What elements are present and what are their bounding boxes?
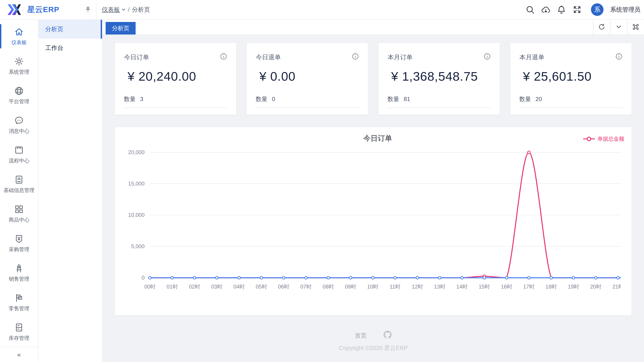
sidebar-item-inventory[interactable]: 库存管理	[0, 317, 38, 347]
app-title: 星云ERP	[27, 5, 59, 15]
svg-text:10,000: 10,000	[128, 212, 144, 218]
sidebar-item-purchasing[interactable]: 采购管理	[0, 229, 38, 258]
line-chart: 05,00010,00015,00020,00000时01时02时03时04时0…	[124, 147, 632, 300]
card-title: 今日退单	[256, 53, 281, 62]
sidebar-collapse-button[interactable]: «	[0, 347, 38, 362]
sidebar-item-system[interactable]: 系统管理	[0, 51, 38, 81]
cloud-download-icon[interactable]	[541, 5, 550, 14]
info-icon[interactable]	[615, 53, 622, 62]
breadcrumb-current: 分析页	[132, 6, 150, 14]
github-icon[interactable]	[384, 331, 392, 340]
pin-icon[interactable]	[84, 6, 92, 13]
card-title: 今日订单	[124, 53, 149, 62]
collapse-chevrons-icon: «	[17, 351, 21, 358]
subnav-item-analysis[interactable]: 分析页	[38, 20, 102, 39]
inventory-icon	[14, 323, 24, 332]
stat-cards-row: 今日订单 ¥ 20,240.00 数量 3 今日退	[115, 43, 632, 115]
svg-text:15,000: 15,000	[128, 180, 144, 187]
legend-item-amount[interactable]: 单据总金额	[583, 135, 624, 142]
refresh-tab-button[interactable]	[593, 19, 610, 35]
qty-label: 数量	[124, 95, 136, 103]
card-value: ¥ 20,240.00	[128, 69, 227, 84]
sidebar-item-dashboard[interactable]: 仪表板	[0, 22, 38, 51]
qty-value: 81	[404, 96, 410, 103]
caret-down-icon	[121, 8, 126, 12]
svg-text:21时: 21时	[612, 284, 621, 290]
globe-icon	[14, 86, 24, 96]
breadcrumb-root-link[interactable]: 仪表板	[102, 6, 126, 14]
search-icon[interactable]	[526, 5, 534, 14]
sidebar-item-retail[interactable]: 零售管理	[0, 288, 38, 317]
tab-options-button[interactable]	[610, 19, 627, 35]
svg-text:04时: 04时	[234, 284, 245, 290]
qty-value: 20	[536, 96, 542, 103]
svg-text:15时: 15时	[479, 284, 490, 290]
svg-text:08时: 08时	[323, 284, 334, 290]
app-window: 星云ERP 仪表板 / 分析页	[0, 0, 644, 362]
svg-text:05时: 05时	[256, 284, 267, 290]
qty-label: 数量	[519, 95, 531, 103]
svg-text:13时: 13时	[434, 284, 446, 290]
card-value: ¥ 1,368,548.75	[391, 69, 491, 84]
svg-text:0: 0	[142, 275, 144, 281]
header-divider	[96, 0, 96, 20]
sidebar-item-base-info[interactable]: 基础信息管理	[0, 169, 38, 199]
svg-text:00时: 00时	[144, 284, 156, 290]
grid-icon	[14, 204, 24, 214]
svg-text:02时: 02时	[189, 284, 200, 290]
qty-value: 3	[140, 96, 143, 103]
sidebar-item-platform[interactable]: 平台管理	[0, 81, 38, 110]
message-icon	[14, 116, 24, 125]
copyright-text: Copyright ©2020 星云ERP	[339, 344, 408, 352]
qty-label: 数量	[256, 95, 268, 103]
svg-text:07时: 07时	[300, 284, 312, 290]
svg-text:18时: 18时	[546, 284, 557, 290]
tab-bar: 分析页	[102, 20, 644, 35]
fullscreen-icon[interactable]	[572, 5, 582, 14]
avatar[interactable]: 系	[591, 3, 604, 16]
flag-icon	[14, 293, 24, 303]
chart-legend: 单据总金额	[583, 135, 632, 142]
page-footer: 首页 Copyright ©2020 星云ERP	[115, 331, 632, 352]
svg-text:06时: 06时	[278, 284, 289, 290]
svg-text:14时: 14时	[456, 284, 468, 290]
maximize-content-button[interactable]	[627, 19, 644, 35]
sidebar-item-process[interactable]: 流程中心	[0, 140, 38, 169]
svg-text:20时: 20时	[590, 284, 602, 290]
rocket-icon	[14, 263, 24, 273]
header: 星云ERP 仪表板 / 分析页	[0, 0, 644, 20]
chevron-down-icon	[615, 23, 622, 31]
sidebar-item-products[interactable]: 商品中心	[0, 199, 38, 229]
stat-card-today-orders: 今日订单 ¥ 20,240.00 数量 3	[115, 43, 236, 115]
info-icon[interactable]	[220, 53, 227, 62]
secondary-sidebar: 分析页 工作台	[38, 20, 102, 362]
svg-text:20,000: 20,000	[128, 149, 144, 155]
maximize-icon	[632, 23, 639, 31]
svg-text:10时: 10时	[367, 284, 378, 290]
sidebar-item-sales[interactable]: 销售管理	[0, 258, 38, 288]
svg-text:11时: 11时	[390, 284, 400, 290]
info-icon[interactable]	[352, 53, 359, 62]
footer-home-link[interactable]: 首页	[355, 332, 366, 340]
card-value: ¥ 0.00	[259, 69, 359, 84]
subnav-item-workbench[interactable]: 工作台	[38, 39, 102, 57]
svg-text:01时: 01时	[166, 284, 178, 290]
breadcrumb: 仪表板 / 分析页	[102, 6, 150, 14]
sidebar-item-messages[interactable]: 消息中心	[0, 110, 38, 140]
breadcrumb-separator: /	[128, 6, 130, 13]
chart-title: 今日订单	[124, 133, 632, 143]
svg-text:19时: 19时	[568, 284, 579, 290]
bell-icon[interactable]	[557, 5, 566, 14]
qty-label: 数量	[388, 95, 399, 103]
gear-icon	[14, 56, 24, 66]
app-logo-icon[interactable]	[8, 3, 23, 16]
username[interactable]: 系统管理员	[610, 6, 640, 14]
page-content: 今日订单 ¥ 20,240.00 数量 3 今日退	[102, 35, 644, 362]
stat-card-today-refunds: 今日退单 ¥ 0.00 数量 0	[247, 43, 368, 115]
svg-text:09时: 09时	[345, 284, 356, 290]
card-title: 本月订单	[388, 53, 413, 62]
info-icon[interactable]	[484, 53, 491, 62]
process-icon	[14, 145, 24, 155]
tab-analysis[interactable]: 分析页	[106, 22, 136, 35]
legend-line-marker-icon	[583, 136, 595, 142]
